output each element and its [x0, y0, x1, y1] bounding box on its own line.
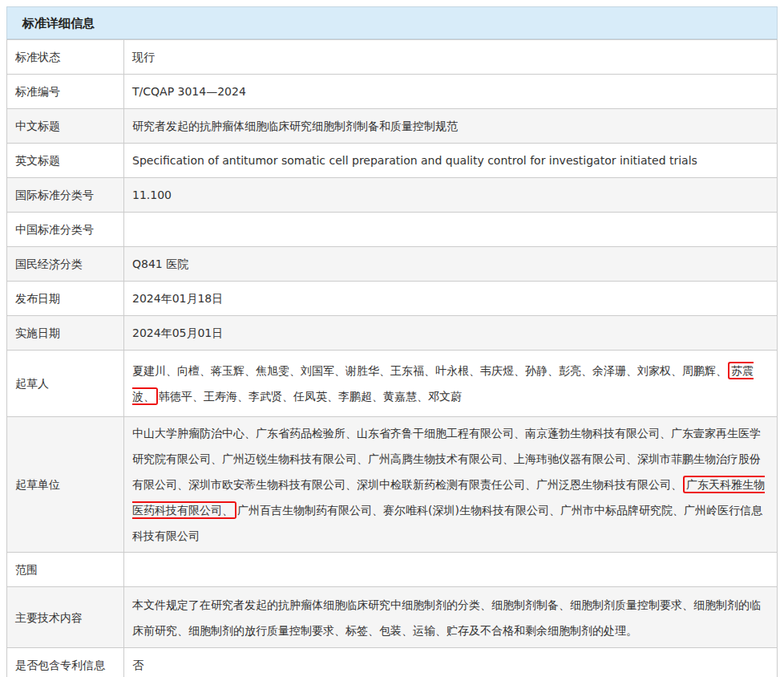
field-value: 否 — [124, 648, 778, 677]
field-label: 中文标题 — [7, 109, 124, 144]
field-value: 11.100 — [124, 178, 778, 213]
row-standard-status: 标准状态 现行 — [7, 40, 778, 75]
row-draft-units: 起草单位 中山大学肿瘤防治中心、广东省药品检验所、山东省齐鲁干细胞工程有限公司、… — [7, 417, 778, 553]
field-label: 范围 — [7, 553, 124, 587]
row-title-en: 英文标题 Specification of antitumor somatic … — [7, 144, 778, 178]
panel-title: 标准详细信息 — [6, 6, 778, 39]
field-label: 国际标准分类号 — [7, 178, 124, 213]
field-value: T/CQAP 3014—2024 — [124, 75, 778, 109]
row-patent-info: 是否包含专利信息 否 — [7, 648, 778, 677]
row-scope: 范围 — [7, 553, 778, 587]
field-label: 是否包含专利信息 — [7, 648, 124, 677]
drafters-text: 夏建川、向檀、蒋玉辉、焦旭雯、刘国军、谢胜华、王东福、叶永根、韦庆煜、孙静、彭亮… — [132, 364, 727, 377]
drafters-text: 韩德平、王寿海、李武贤、任凤英、李鹏超、黄嘉慧、邓文蔚 — [159, 390, 462, 403]
field-label: 标准状态 — [7, 40, 124, 75]
draft-units-text: 中山大学肿瘤防治中心、广东省药品检验所、山东省齐鲁干细胞工程有限公司、南京蓬勃生… — [132, 427, 761, 491]
row-drafters: 起草人 夏建川、向檀、蒋玉辉、焦旭雯、刘国军、谢胜华、王东福、叶永根、韦庆煜、孙… — [7, 351, 778, 417]
field-label: 实施日期 — [7, 316, 124, 351]
row-title-zh: 中文标题 研究者发起的抗肿瘤体细胞临床研究细胞制剂制备和质量控制规范 — [7, 109, 778, 144]
field-label: 中国标准分类号 — [7, 213, 124, 247]
standard-detail-table: 标准状态 现行 标准编号 T/CQAP 3014—2024 中文标题 研究者发起… — [6, 39, 778, 677]
row-publish-date: 发布日期 2024年01月18日 — [7, 282, 778, 316]
field-value — [124, 213, 778, 247]
row-economy-class: 国民经济分类 Q841 医院 — [7, 247, 778, 282]
field-value: Q841 医院 — [124, 247, 778, 282]
field-value: 研究者发起的抗肿瘤体细胞临床研究细胞制剂制备和质量控制规范 — [124, 109, 778, 144]
field-label: 发布日期 — [7, 282, 124, 316]
standard-detail-panel: 标准详细信息 标准状态 现行 标准编号 T/CQAP 3014—2024 中文标… — [6, 6, 778, 677]
field-value: 现行 — [124, 40, 778, 75]
field-value: 中山大学肿瘤防治中心、广东省药品检验所、山东省齐鲁干细胞工程有限公司、南京蓬勃生… — [124, 417, 778, 553]
field-label: 起草单位 — [7, 417, 124, 553]
field-label: 起草人 — [7, 351, 124, 417]
field-label: 国民经济分类 — [7, 247, 124, 282]
row-main-content: 主要技术内容 本文件规定了在研究者发起的抗肿瘤体细胞临床研究中细胞制剂的分类、细… — [7, 587, 778, 648]
field-value: 夏建川、向檀、蒋玉辉、焦旭雯、刘国军、谢胜华、王东福、叶永根、韦庆煜、孙静、彭亮… — [124, 351, 778, 417]
field-label: 主要技术内容 — [7, 587, 124, 648]
row-ccs-number: 中国标准分类号 — [7, 213, 778, 247]
row-ics-number: 国际标准分类号 11.100 — [7, 178, 778, 213]
field-value — [124, 553, 778, 587]
field-value: Specification of antitumor somatic cell … — [124, 144, 778, 178]
field-label: 英文标题 — [7, 144, 124, 178]
row-implement-date: 实施日期 2024年05月01日 — [7, 316, 778, 351]
field-value: 2024年01月18日 — [124, 282, 778, 316]
field-value: 2024年05月01日 — [124, 316, 778, 351]
field-label: 标准编号 — [7, 75, 124, 109]
row-standard-number: 标准编号 T/CQAP 3014—2024 — [7, 75, 778, 109]
field-value: 本文件规定了在研究者发起的抗肿瘤体细胞临床研究中细胞制剂的分类、细胞制剂制备、细… — [124, 587, 778, 648]
